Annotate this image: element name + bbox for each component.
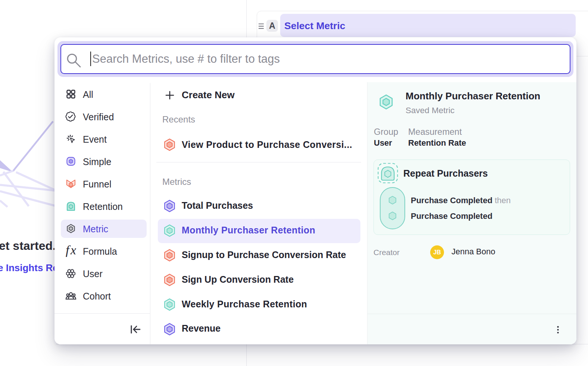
svg-text:fx: fx — [66, 244, 76, 257]
